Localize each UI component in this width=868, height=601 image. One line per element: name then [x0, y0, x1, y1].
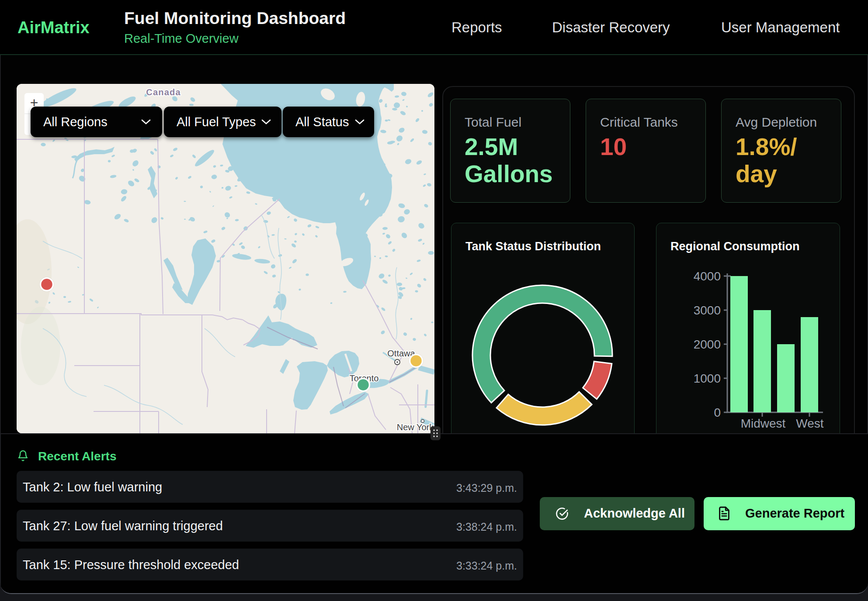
- svg-text:West: West: [796, 417, 823, 430]
- svg-text:2000: 2000: [694, 338, 721, 351]
- svg-text:New York: New York: [397, 422, 434, 432]
- svg-text:3000: 3000: [694, 304, 721, 317]
- svg-text:Canada: Canada: [146, 87, 181, 97]
- svg-text:0: 0: [714, 406, 721, 419]
- svg-text:Midwest: Midwest: [741, 417, 786, 430]
- svg-text:1000: 1000: [694, 372, 721, 385]
- svg-text:4000: 4000: [694, 269, 721, 283]
